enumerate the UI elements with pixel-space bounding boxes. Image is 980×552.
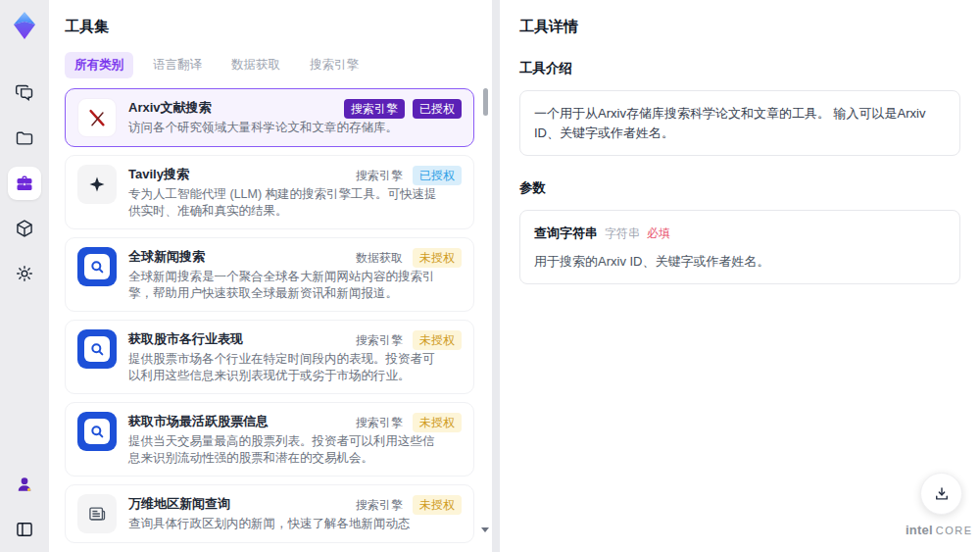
intel-core-logo: intelCORE [906,521,966,538]
auth-status-badge: 未授权 [413,495,462,515]
tool-desc: 全球新闻搜索是一个聚合全球各大新闻网站内容的搜索引擎，帮助用户快速获取全球最新资… [128,269,438,302]
gem-logo-icon [7,8,42,43]
tavily-star-icon [77,165,117,204]
chat-icon [15,83,34,103]
nav-toolbox-active[interactable] [8,167,41,200]
param-desc: 用于搜索的Arxiv ID、关键字或作者姓名。 [534,252,946,272]
auth-status-badge: 已授权 [413,166,462,185]
category-badge: 数据获取 [354,248,405,268]
gear-icon [15,264,34,283]
intel-wordmark: intel [906,523,933,537]
tool-card-arxiv[interactable]: Arxiv文献搜索 访问各个研究领域大量科学论文和文章的存储库。 搜索引擎 已授… [65,88,474,147]
auth-status-badge: 未授权 [413,330,462,350]
tool-cards: Arxiv文献搜索 访问各个研究领域大量科学论文和文章的存储库。 搜索引擎 已授… [49,78,492,543]
scroll-down-arrow[interactable] [481,527,489,532]
category-badge: 搜索引擎 [354,166,405,185]
category-badge: 搜索引擎 [354,495,405,515]
category-tabs: 所有类别 语言翻译 数据获取 搜索引擎 [65,52,476,78]
list-scrollbar[interactable] [482,86,489,552]
detail-title: 工具详情 [519,18,960,36]
app-rail [0,0,49,552]
nav-account[interactable] [8,468,41,501]
tool-card-global-news[interactable]: 全球新闻搜索 全球新闻搜索是一个聚合全球各大新闻网站内容的搜索引擎，帮助用户快速… [65,237,474,312]
tool-list-panel: 工具集 所有类别 语言翻译 数据获取 搜索引擎 Arxiv文献搜索 访问各个研究… [49,0,492,552]
tool-desc: 提供当天交易量最高的股票列表。投资者可以利用这些信息来识别流动性强的股票和潜在的… [128,433,438,467]
intro-text: 一个用于从Arxiv存储库搜索科学论文和文章的工具。 输入可以是Arxiv ID… [534,106,925,140]
category-badge: 搜索引擎 [354,413,405,432]
nav-chat[interactable] [8,76,41,110]
category-badge: 搜索引擎 [354,330,405,350]
tab-data-fetch[interactable]: 数据获取 [221,52,290,78]
param-required-flag: 必填 [647,225,670,242]
cube-icon [15,219,34,238]
auth-status-badge: 未授权 [413,413,462,432]
scrollbar-thumb[interactable] [483,88,488,116]
download-button[interactable] [920,473,962,515]
nav-settings[interactable] [8,257,41,290]
user-icon [15,475,34,494]
tool-card-regional-news[interactable]: 万维地区新闻查询 查询具体行政区划内的新闻，快速了解各地新闻动态 搜索引擎 未授… [65,484,474,543]
tool-card-tavily[interactable]: Tavily搜索 专为人工智能代理 (LLM) 构建的搜索引擎工具。可快速提供实… [65,155,474,229]
app-logo[interactable] [7,8,42,43]
param-box: 查询字符串 字符串 必填 用于搜索的Arxiv ID、关键字或作者姓名。 [519,210,960,284]
newspaper-icon [77,494,117,533]
sidebar-toggle-icon [15,520,34,539]
tool-desc: 访问各个研究领域大量科学论文和文章的存储库。 [128,120,398,136]
core-wordmark: CORE [936,525,973,536]
download-icon [933,485,951,503]
category-badge: 搜索引擎 [344,99,405,119]
tab-search-engine[interactable]: 搜索引擎 [300,52,368,78]
nav-files[interactable] [8,122,41,155]
param-name: 查询字符串 [534,224,598,243]
tool-desc: 提供股票市场各个行业在特定时间段内的表现。投资者可以利用这些信息来识别表现优于或… [128,351,438,384]
tool-desc: 查询具体行政区划内的新闻，快速了解各地新闻动态 [128,516,411,532]
tab-translation[interactable]: 语言翻译 [143,52,212,78]
nav-models[interactable] [8,212,41,245]
juhe-search-icon [77,412,117,451]
tab-all-categories[interactable]: 所有类别 [65,52,133,78]
tool-card-sector-performance[interactable]: 获取股市各行业表现 提供股票市场各个行业在特定时间段内的表现。投资者可以利用这些… [65,320,474,394]
arxiv-logo-icon [77,98,117,137]
folder-icon [15,128,34,148]
page-title: 工具集 [65,18,476,36]
intro-heading: 工具介绍 [519,60,960,77]
tool-detail-panel: 工具详情 工具介绍 一个用于从Arxiv存储库搜索科学论文和文章的工具。 输入可… [500,0,980,552]
params-heading: 参数 [519,179,960,197]
juhe-search-icon [77,329,117,369]
briefcase-icon [15,174,34,193]
auth-status-badge: 已授权 [413,99,462,119]
tool-desc: 专为人工智能代理 (LLM) 构建的搜索引擎工具。可快速提供实时、准确和真实的结… [128,186,438,220]
nav-toggle-panel[interactable] [8,513,41,546]
tool-card-most-active-stocks[interactable]: 获取市场最活跃股票信息 提供当天交易量最高的股票列表。投资者可以利用这些信息来识… [65,402,474,477]
auth-status-badge: 未授权 [413,248,462,268]
param-type: 字符串 [605,225,640,242]
intro-box: 一个用于从Arxiv存储库搜索科学论文和文章的工具。 输入可以是Arxiv ID… [519,90,960,156]
juhe-search-icon [77,247,117,286]
